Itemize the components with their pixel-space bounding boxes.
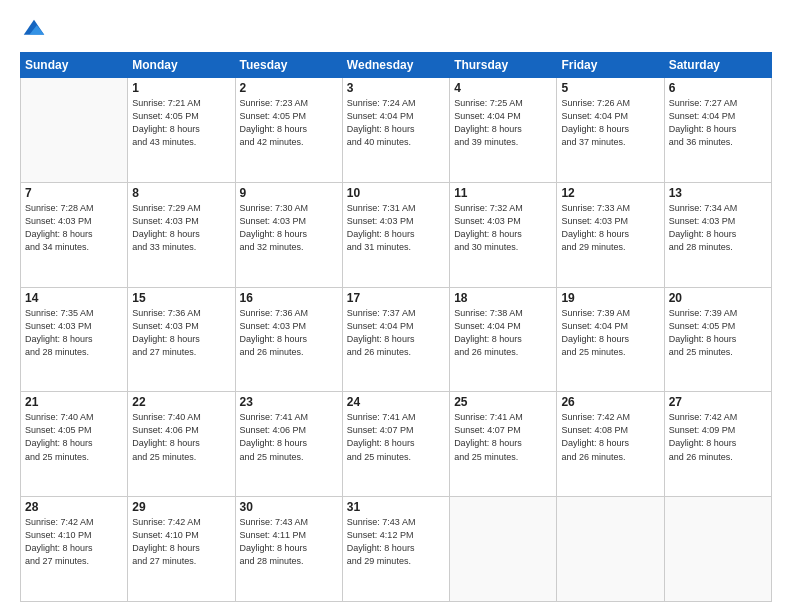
weekday-header-row: SundayMondayTuesdayWednesdayThursdayFrid… xyxy=(21,53,772,78)
calendar-cell: 19Sunrise: 7:39 AM Sunset: 4:04 PM Dayli… xyxy=(557,287,664,392)
day-info: Sunrise: 7:25 AM Sunset: 4:04 PM Dayligh… xyxy=(454,97,552,149)
calendar-cell: 14Sunrise: 7:35 AM Sunset: 4:03 PM Dayli… xyxy=(21,287,128,392)
calendar-cell: 21Sunrise: 7:40 AM Sunset: 4:05 PM Dayli… xyxy=(21,392,128,497)
calendar-cell: 7Sunrise: 7:28 AM Sunset: 4:03 PM Daylig… xyxy=(21,182,128,287)
day-info: Sunrise: 7:26 AM Sunset: 4:04 PM Dayligh… xyxy=(561,97,659,149)
day-number: 7 xyxy=(25,186,123,200)
day-number: 11 xyxy=(454,186,552,200)
day-number: 27 xyxy=(669,395,767,409)
day-number: 15 xyxy=(132,291,230,305)
calendar-cell: 18Sunrise: 7:38 AM Sunset: 4:04 PM Dayli… xyxy=(450,287,557,392)
day-info: Sunrise: 7:39 AM Sunset: 4:04 PM Dayligh… xyxy=(561,307,659,359)
day-number: 30 xyxy=(240,500,338,514)
calendar-cell: 4Sunrise: 7:25 AM Sunset: 4:04 PM Daylig… xyxy=(450,78,557,183)
day-number: 28 xyxy=(25,500,123,514)
day-number: 18 xyxy=(454,291,552,305)
calendar-cell: 5Sunrise: 7:26 AM Sunset: 4:04 PM Daylig… xyxy=(557,78,664,183)
day-info: Sunrise: 7:41 AM Sunset: 4:07 PM Dayligh… xyxy=(454,411,552,463)
day-number: 24 xyxy=(347,395,445,409)
day-info: Sunrise: 7:37 AM Sunset: 4:04 PM Dayligh… xyxy=(347,307,445,359)
day-info: Sunrise: 7:42 AM Sunset: 4:10 PM Dayligh… xyxy=(132,516,230,568)
weekday-header: Thursday xyxy=(450,53,557,78)
day-info: Sunrise: 7:35 AM Sunset: 4:03 PM Dayligh… xyxy=(25,307,123,359)
day-number: 13 xyxy=(669,186,767,200)
day-info: Sunrise: 7:31 AM Sunset: 4:03 PM Dayligh… xyxy=(347,202,445,254)
calendar-cell: 16Sunrise: 7:36 AM Sunset: 4:03 PM Dayli… xyxy=(235,287,342,392)
calendar-cell: 6Sunrise: 7:27 AM Sunset: 4:04 PM Daylig… xyxy=(664,78,771,183)
calendar-cell: 22Sunrise: 7:40 AM Sunset: 4:06 PM Dayli… xyxy=(128,392,235,497)
day-info: Sunrise: 7:41 AM Sunset: 4:07 PM Dayligh… xyxy=(347,411,445,463)
day-info: Sunrise: 7:29 AM Sunset: 4:03 PM Dayligh… xyxy=(132,202,230,254)
week-row: 21Sunrise: 7:40 AM Sunset: 4:05 PM Dayli… xyxy=(21,392,772,497)
calendar-cell: 24Sunrise: 7:41 AM Sunset: 4:07 PM Dayli… xyxy=(342,392,449,497)
calendar-cell xyxy=(450,497,557,602)
day-number: 2 xyxy=(240,81,338,95)
day-info: Sunrise: 7:38 AM Sunset: 4:04 PM Dayligh… xyxy=(454,307,552,359)
day-number: 14 xyxy=(25,291,123,305)
day-info: Sunrise: 7:36 AM Sunset: 4:03 PM Dayligh… xyxy=(132,307,230,359)
calendar-cell: 1Sunrise: 7:21 AM Sunset: 4:05 PM Daylig… xyxy=(128,78,235,183)
calendar-cell: 27Sunrise: 7:42 AM Sunset: 4:09 PM Dayli… xyxy=(664,392,771,497)
calendar-cell: 15Sunrise: 7:36 AM Sunset: 4:03 PM Dayli… xyxy=(128,287,235,392)
day-number: 25 xyxy=(454,395,552,409)
day-info: Sunrise: 7:40 AM Sunset: 4:05 PM Dayligh… xyxy=(25,411,123,463)
calendar-cell: 3Sunrise: 7:24 AM Sunset: 4:04 PM Daylig… xyxy=(342,78,449,183)
day-info: Sunrise: 7:41 AM Sunset: 4:06 PM Dayligh… xyxy=(240,411,338,463)
weekday-header: Saturday xyxy=(664,53,771,78)
day-number: 1 xyxy=(132,81,230,95)
day-number: 19 xyxy=(561,291,659,305)
day-number: 8 xyxy=(132,186,230,200)
day-info: Sunrise: 7:21 AM Sunset: 4:05 PM Dayligh… xyxy=(132,97,230,149)
day-info: Sunrise: 7:36 AM Sunset: 4:03 PM Dayligh… xyxy=(240,307,338,359)
calendar-cell xyxy=(664,497,771,602)
day-number: 31 xyxy=(347,500,445,514)
calendar-cell: 25Sunrise: 7:41 AM Sunset: 4:07 PM Dayli… xyxy=(450,392,557,497)
calendar-cell: 10Sunrise: 7:31 AM Sunset: 4:03 PM Dayli… xyxy=(342,182,449,287)
day-number: 3 xyxy=(347,81,445,95)
day-number: 12 xyxy=(561,186,659,200)
day-number: 29 xyxy=(132,500,230,514)
day-info: Sunrise: 7:34 AM Sunset: 4:03 PM Dayligh… xyxy=(669,202,767,254)
calendar-cell: 30Sunrise: 7:43 AM Sunset: 4:11 PM Dayli… xyxy=(235,497,342,602)
day-number: 5 xyxy=(561,81,659,95)
week-row: 1Sunrise: 7:21 AM Sunset: 4:05 PM Daylig… xyxy=(21,78,772,183)
calendar-cell: 29Sunrise: 7:42 AM Sunset: 4:10 PM Dayli… xyxy=(128,497,235,602)
day-number: 22 xyxy=(132,395,230,409)
day-info: Sunrise: 7:33 AM Sunset: 4:03 PM Dayligh… xyxy=(561,202,659,254)
calendar-cell: 20Sunrise: 7:39 AM Sunset: 4:05 PM Dayli… xyxy=(664,287,771,392)
day-info: Sunrise: 7:42 AM Sunset: 4:10 PM Dayligh… xyxy=(25,516,123,568)
day-info: Sunrise: 7:43 AM Sunset: 4:12 PM Dayligh… xyxy=(347,516,445,568)
day-number: 17 xyxy=(347,291,445,305)
weekday-header: Tuesday xyxy=(235,53,342,78)
calendar-cell: 9Sunrise: 7:30 AM Sunset: 4:03 PM Daylig… xyxy=(235,182,342,287)
day-number: 6 xyxy=(669,81,767,95)
day-number: 26 xyxy=(561,395,659,409)
calendar-cell xyxy=(21,78,128,183)
day-number: 4 xyxy=(454,81,552,95)
day-info: Sunrise: 7:23 AM Sunset: 4:05 PM Dayligh… xyxy=(240,97,338,149)
day-info: Sunrise: 7:43 AM Sunset: 4:11 PM Dayligh… xyxy=(240,516,338,568)
weekday-header: Friday xyxy=(557,53,664,78)
day-info: Sunrise: 7:42 AM Sunset: 4:09 PM Dayligh… xyxy=(669,411,767,463)
day-number: 9 xyxy=(240,186,338,200)
day-info: Sunrise: 7:27 AM Sunset: 4:04 PM Dayligh… xyxy=(669,97,767,149)
calendar-table: SundayMondayTuesdayWednesdayThursdayFrid… xyxy=(20,52,772,602)
day-number: 20 xyxy=(669,291,767,305)
calendar-cell: 2Sunrise: 7:23 AM Sunset: 4:05 PM Daylig… xyxy=(235,78,342,183)
day-number: 23 xyxy=(240,395,338,409)
weekday-header: Monday xyxy=(128,53,235,78)
calendar-cell: 28Sunrise: 7:42 AM Sunset: 4:10 PM Dayli… xyxy=(21,497,128,602)
calendar-cell: 11Sunrise: 7:32 AM Sunset: 4:03 PM Dayli… xyxy=(450,182,557,287)
calendar-cell: 13Sunrise: 7:34 AM Sunset: 4:03 PM Dayli… xyxy=(664,182,771,287)
day-number: 16 xyxy=(240,291,338,305)
week-row: 7Sunrise: 7:28 AM Sunset: 4:03 PM Daylig… xyxy=(21,182,772,287)
day-info: Sunrise: 7:40 AM Sunset: 4:06 PM Dayligh… xyxy=(132,411,230,463)
calendar-cell: 8Sunrise: 7:29 AM Sunset: 4:03 PM Daylig… xyxy=(128,182,235,287)
day-info: Sunrise: 7:30 AM Sunset: 4:03 PM Dayligh… xyxy=(240,202,338,254)
logo-icon xyxy=(20,16,48,44)
weekday-header: Wednesday xyxy=(342,53,449,78)
header xyxy=(20,16,772,44)
calendar-cell: 17Sunrise: 7:37 AM Sunset: 4:04 PM Dayli… xyxy=(342,287,449,392)
calendar-cell: 23Sunrise: 7:41 AM Sunset: 4:06 PM Dayli… xyxy=(235,392,342,497)
calendar-cell: 31Sunrise: 7:43 AM Sunset: 4:12 PM Dayli… xyxy=(342,497,449,602)
